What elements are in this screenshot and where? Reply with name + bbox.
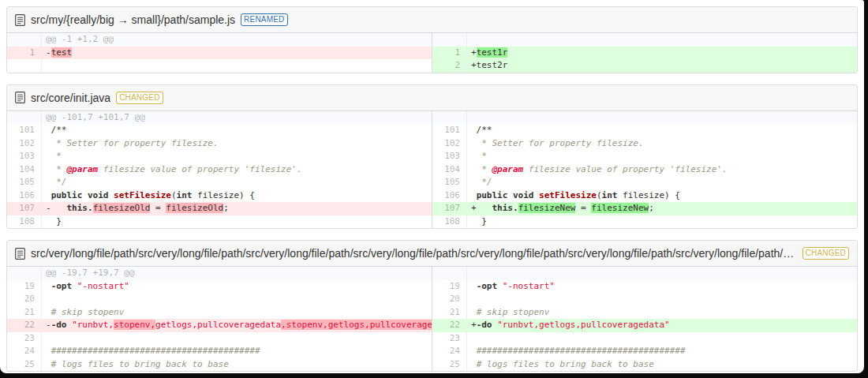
line-number: 21 [432, 306, 467, 320]
code-token: - [46, 320, 51, 330]
line-number: 19 [432, 280, 467, 294]
diff-line: 22 +-do "runbvt,getlogs,pullcoveragedata… [432, 319, 857, 332]
diff-line: 25 # logs files to bring back to base [432, 358, 857, 372]
diff-line: 102 * Setter for property filesize. [7, 137, 432, 151]
code-token: this. [67, 203, 93, 213]
code-token: ######################################## [51, 346, 260, 356]
line-number [7, 111, 42, 125]
line-number [7, 267, 42, 280]
diff-line: 23 [432, 332, 857, 346]
code-token: @@ -19,7 +19,7 @@ [46, 268, 135, 278]
diff-line: 104 * @param filesize value of property … [7, 163, 432, 177]
line-number: 105 [432, 176, 467, 189]
code-token: /** [46, 125, 67, 135]
code-token: ; [649, 203, 654, 213]
code-line: * Setter for property filesize. [467, 137, 857, 151]
code-token: * [46, 151, 62, 161]
code-token: - [46, 47, 51, 58]
code-line: @@ -101,7 +101,7 @@ [42, 111, 432, 125]
file-diff-panel: src/my/{really/big → small}/path/sample.… [6, 6, 858, 73]
diff-line: 104 * @param filesize value of property … [432, 163, 857, 177]
code-token: setFilesize [539, 190, 597, 200]
line-number: 107 [7, 202, 42, 215]
diff-line: 107 + this.filesizeNew = filesizeNew; [432, 202, 857, 215]
line-number: 1 [7, 47, 42, 60]
diff-line: 22 --do "runbvt,stopenv,getlogs,pullcove… [7, 319, 432, 332]
code-line [467, 332, 857, 346]
code-token: * [471, 164, 492, 174]
diff-line: 102 * Setter for property filesize. [432, 137, 857, 151]
side-by-side-diff: @@ -1 +1,2 @@ 1 -test 1 +test1r 2 +test2… [7, 33, 857, 73]
code-token [471, 294, 477, 304]
diff-line: 25 # logs files to bring back to base [7, 358, 432, 372]
code-line: * Setter for property filesize. [42, 137, 432, 151]
code-line: ######################################## [42, 345, 432, 358]
code-token: + [471, 203, 492, 213]
code-line: */ [467, 176, 857, 189]
code-line: + this.filesizeNew = filesizeNew; [467, 202, 857, 215]
code-token: -do [477, 320, 492, 330]
file-diff-panel: src/very/long/file/path/src/very/long/fi… [6, 240, 858, 372]
code-line: * @param filesize value of property 'fil… [42, 163, 432, 177]
code-token: filesizeOld [93, 203, 151, 213]
code-token [471, 190, 477, 200]
line-number: 24 [432, 345, 467, 358]
code-line: +-do "runbvt,getlogs,pullcoveragedata" [467, 319, 857, 332]
code-token: test [51, 47, 73, 58]
code-token [46, 307, 51, 317]
code-line [467, 111, 857, 125]
code-token: ######################################## [477, 346, 686, 356]
code-token: filesize value of property 'filesize'. [523, 164, 727, 174]
code-line: ######################################## [467, 345, 857, 358]
line-number [432, 267, 467, 280]
line-number: 103 [7, 150, 42, 163]
code-line: */ [42, 176, 432, 189]
file-header: src/very/long/file/path/src/very/long/fi… [7, 241, 857, 267]
line-number: 22 [432, 319, 467, 332]
diff-viewer-page: src/my/{really/big → small}/path/sample.… [0, 0, 864, 373]
code-line [42, 59, 432, 73]
line-number [7, 59, 42, 73]
diff-line: 1 +test1r [432, 47, 857, 60]
code-token: } [46, 216, 62, 226]
code-token: # skip stopenv [51, 307, 125, 317]
code-line [42, 293, 432, 306]
code-line [467, 293, 857, 306]
code-line: } [42, 215, 432, 229]
code-line: * @param filesize value of property 'fil… [467, 163, 857, 177]
file-status-badge: CHANGED [803, 247, 849, 260]
diff-pane-new: 101 /** 102 * Setter for property filesi… [432, 111, 857, 229]
diff-line: @@ -1 +1,2 @@ [7, 33, 432, 47]
code-token: @param [67, 164, 99, 174]
code-token: getlogs,pullcoveragedata [155, 320, 281, 330]
file-icon [15, 248, 25, 260]
code-token: -opt [477, 281, 498, 291]
line-number: 22 [7, 319, 42, 332]
code-line: * [42, 150, 432, 163]
code-token [46, 346, 51, 356]
code-token: * [46, 164, 67, 174]
code-token: */ [471, 177, 492, 187]
line-number [432, 111, 467, 125]
code-token: filesizeNew [518, 203, 576, 213]
line-number: 101 [7, 124, 42, 137]
code-token: # logs files to bring back to base [477, 359, 654, 369]
code-line: -test [42, 47, 432, 60]
code-line: # skip stopenv [42, 306, 432, 320]
diff-line: 24 #####################################… [7, 345, 432, 358]
code-line: # logs files to bring back to base [467, 358, 857, 372]
line-number [7, 33, 42, 47]
code-token [471, 346, 477, 356]
code-token: - [46, 203, 67, 213]
code-token: this. [492, 203, 518, 213]
line-number: 24 [7, 345, 42, 358]
code-token [471, 359, 477, 369]
file-name: src/core/init.java [31, 90, 110, 106]
code-line: * [467, 150, 857, 163]
line-number: 20 [7, 293, 42, 306]
diff-line [7, 59, 432, 73]
code-line: /** [42, 124, 432, 137]
file-diff-panel: src/core/init.java CHANGED @@ -101,7 +10… [6, 84, 858, 230]
code-token: public void [51, 190, 114, 200]
file-name: src/my/{really/big → small}/path/sample.… [31, 12, 235, 28]
